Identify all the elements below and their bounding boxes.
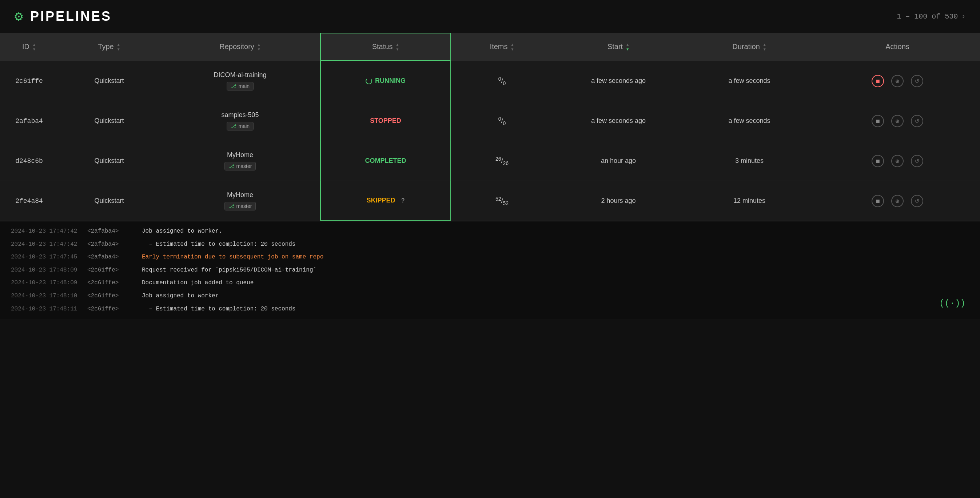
row-duration: a few seconds <box>684 111 815 130</box>
col-start-label: Start <box>608 43 623 51</box>
refresh-button[interactable]: ↺ <box>911 115 923 127</box>
git-branch-icon: ⎇ <box>228 163 234 169</box>
refresh-button[interactable]: ↺ <box>911 155 923 167</box>
branch-badge: ⎇ master <box>224 162 256 170</box>
header-left: ⚙ PIPELINES <box>14 8 112 25</box>
status-label: SKIPPED <box>367 197 395 204</box>
refresh-button[interactable]: ↺ <box>911 195 923 207</box>
row-repo: MyHome ⎇ master <box>160 186 320 216</box>
stop-button[interactable]: ⏹ <box>872 75 884 87</box>
log-timestamp: 2024-10-23 17:47:42 <box>11 227 80 236</box>
status-completed: COMPLETED <box>365 157 406 165</box>
branch-badge: ⎇ main <box>227 82 253 90</box>
log-panel: 2024-10-23 17:47:42 <2afaba4> Job assign… <box>0 221 980 319</box>
pagination-text: 1 – 100 of 530 <box>897 13 958 21</box>
branch-badge: ⎇ main <box>227 122 253 130</box>
log-id: <2c61ffe> <box>87 305 135 314</box>
col-duration-label: Duration <box>732 43 760 51</box>
log-line: 2024-10-23 17:48:09 <2c61ffe> Documentat… <box>11 277 969 290</box>
log-timestamp: 2024-10-23 17:48:09 <box>11 266 80 275</box>
row-duration: 3 minutes <box>684 151 815 170</box>
log-timestamp: 2024-10-23 17:47:45 <box>11 253 80 262</box>
col-status[interactable]: Status ▲▼ <box>320 33 451 61</box>
table-row: 2c61ffe Quickstart DICOM-ai-training ⎇ m… <box>0 61 980 101</box>
row-start: 2 hours ago <box>553 191 684 211</box>
log-id: <2afaba4> <box>87 227 135 236</box>
zoom-button[interactable]: ⊕ <box>891 75 904 87</box>
sort-duration-icon[interactable]: ▲▼ <box>763 43 767 51</box>
next-page-icon[interactable]: › <box>961 13 966 20</box>
row-status: SKIPPED ? <box>320 181 451 220</box>
sort-id-icon[interactable]: ▲▼ <box>32 43 36 51</box>
log-timestamp: 2024-10-23 17:47:42 <box>11 240 80 249</box>
row-items: 0/0 <box>451 110 553 132</box>
zoom-button[interactable]: ⊕ <box>891 155 904 167</box>
zoom-button[interactable]: ⊕ <box>891 115 904 127</box>
stop-button[interactable]: ⏹ <box>872 195 884 207</box>
log-link[interactable]: pipski505/DICOM-ai-training <box>219 267 313 273</box>
row-duration: 12 minutes <box>684 191 815 211</box>
col-duration[interactable]: Duration ▲▼ <box>684 43 815 51</box>
col-repository[interactable]: Repository ▲▼ <box>160 43 320 51</box>
row-repo: DICOM-ai-training ⎇ main <box>160 65 320 96</box>
branch-badge: ⎇ master <box>224 202 256 211</box>
sort-repository-icon[interactable]: ▲▼ <box>257 43 261 51</box>
repo-name: MyHome <box>227 151 253 159</box>
col-actions-label: Actions <box>885 43 909 51</box>
items-den: 26 <box>503 160 509 166</box>
log-id: <2c61ffe> <box>87 292 135 301</box>
git-branch-icon: ⎇ <box>231 83 237 89</box>
items-den: 52 <box>503 200 509 206</box>
status-label: RUNNING <box>375 77 406 85</box>
row-actions: ⏹ ⊕ ↺ <box>815 149 980 173</box>
running-spinner <box>366 78 372 84</box>
stop-button[interactable]: ⏹ <box>872 155 884 167</box>
row-id: 2c61ffe <box>0 71 58 90</box>
repo-name: MyHome <box>227 191 253 199</box>
log-message: – Estimated time to completion: 20 secon… <box>142 305 295 314</box>
items-num: 0 <box>498 116 501 122</box>
items-den: 0 <box>503 120 506 126</box>
branch-name: master <box>237 163 252 169</box>
items-num: 52 <box>495 196 501 202</box>
table-row: 2fe4a84 Quickstart MyHome ⎇ master SKIPP… <box>0 181 980 221</box>
log-line: 2024-10-23 17:48:10 <2c61ffe> Job assign… <box>11 290 969 303</box>
col-repository-label: Repository <box>220 43 254 51</box>
log-line: 2024-10-23 17:48:11 <2c61ffe> – Estimate… <box>11 303 969 316</box>
col-type[interactable]: Type ▲▼ <box>58 43 160 51</box>
page-title: PIPELINES <box>30 9 112 24</box>
info-icon[interactable]: ? <box>401 197 405 204</box>
log-message: Job assigned to worker <box>142 292 219 301</box>
row-start: a few seconds ago <box>553 111 684 130</box>
col-id[interactable]: ID ▲▼ <box>0 43 58 51</box>
row-status: STOPPED <box>320 101 451 141</box>
status-stopped: STOPPED <box>370 117 401 125</box>
zoom-button[interactable]: ⊕ <box>891 195 904 207</box>
sort-start-icon[interactable]: ▲▼ <box>626 43 629 51</box>
row-actions: ⏹ ⊕ ↺ <box>815 109 980 133</box>
pagination: 1 – 100 of 530 › <box>897 13 966 21</box>
table-header: ID ▲▼ Type ▲▼ Repository ▲▼ Status ▲▼ It… <box>0 33 980 61</box>
row-start: a few seconds ago <box>553 71 684 90</box>
sort-status-icon[interactable]: ▲▼ <box>395 43 399 51</box>
items-den: 0 <box>503 80 506 86</box>
branch-name: main <box>239 123 250 129</box>
row-actions: ⏹ ⊕ ↺ <box>815 69 980 93</box>
log-id: <2c61ffe> <box>87 266 135 275</box>
col-items-label: Items <box>490 43 508 51</box>
row-id: d248c6b <box>0 152 58 170</box>
items-value: 0/0 <box>498 116 506 126</box>
sort-items-icon[interactable]: ▲▼ <box>511 43 514 51</box>
row-type: Quickstart <box>58 191 160 211</box>
log-timestamp: 2024-10-23 17:48:11 <box>11 305 80 314</box>
git-branch-icon: ⎇ <box>228 203 234 209</box>
refresh-button[interactable]: ↺ <box>911 75 923 87</box>
stop-button[interactable]: ⏹ <box>872 115 884 127</box>
col-start[interactable]: Start ▲▼ <box>553 43 684 51</box>
row-items: 52/52 <box>451 190 553 212</box>
col-items[interactable]: Items ▲▼ <box>451 43 553 51</box>
sort-type-icon[interactable]: ▲▼ <box>117 43 121 51</box>
row-id: 2fe4a84 <box>0 192 58 211</box>
status-running: RUNNING <box>366 77 406 85</box>
streaming-icon[interactable]: ((·)) <box>939 298 966 308</box>
